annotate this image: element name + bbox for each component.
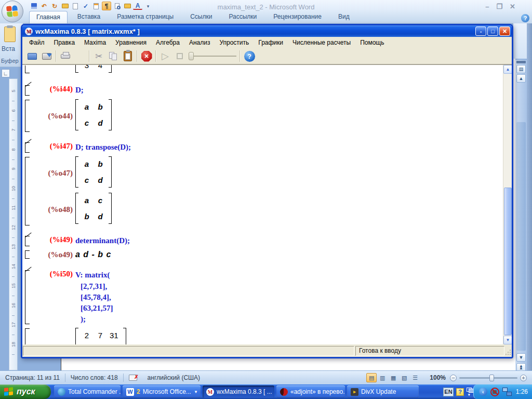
save-button[interactable] <box>39 49 54 63</box>
blocked-status-icon[interactable] <box>490 388 499 396</box>
input-code-line[interactable]: ); <box>81 314 503 325</box>
language-indicator[interactable]: английский (США) <box>142 374 205 381</box>
redo-icon[interactable]: ↻ <box>50 2 59 10</box>
paste-button-label[interactable]: Вста <box>2 45 15 52</box>
input-code[interactable]: D; transpose(D); <box>75 142 131 153</box>
print-layout-view-button[interactable]: ▤ <box>366 373 377 382</box>
scrollbar-track[interactable] <box>516 122 526 351</box>
wxmaxima-title-bar[interactable]: M wxMaxima 0.8.3 [ matrix.wxmx* ] - □ ✕ <box>22 25 512 37</box>
slider-button[interactable] <box>187 49 238 63</box>
ruler-toggle-button[interactable]: ▤ <box>516 65 526 73</box>
language-bar[interactable]: EN <box>443 388 454 396</box>
outline-view-button[interactable]: ▧ <box>399 373 409 382</box>
scrollbar-split-handle[interactable] <box>516 61 526 63</box>
interrupt-button[interactable]: ✕ <box>139 49 154 63</box>
tab-рецензирование[interactable]: Рецензирование <box>267 11 328 23</box>
menu-файл[interactable]: Файл <box>24 37 49 48</box>
zoom-out-button[interactable]: − <box>450 375 457 381</box>
restore-window-icon[interactable]: ▾ <box>467 388 474 396</box>
pilcrow-icon[interactable]: ¶ <box>102 2 111 10</box>
open-button[interactable] <box>25 49 39 63</box>
wxmaxima-worksheet[interactable]: 34(%i44)D;(%o44)abcd(%i47)D; transpose(D… <box>22 64 512 344</box>
menu-правка[interactable]: Правка <box>49 37 80 48</box>
matrix-output: 273145784632157 <box>75 328 126 344</box>
taskbar-button-wxm[interactable]: MwxMaxima 0.8.3 [ ... <box>203 385 274 398</box>
taskbar-button-word[interactable]: W2Microsoft Office...▾ <box>123 385 201 398</box>
new-icon[interactable] <box>71 2 80 10</box>
input-code[interactable]: determinant(D); <box>75 235 130 246</box>
tab-вставка[interactable]: Вставка <box>71 11 108 23</box>
tab-главная[interactable]: Главная <box>29 11 68 23</box>
configure-button[interactable] <box>73 49 87 63</box>
tab-вид[interactable]: Вид <box>331 11 356 23</box>
word-help-button[interactable]: ? <box>521 14 529 22</box>
wxmaxima-minimize-button[interactable]: - <box>475 26 486 36</box>
taskbar-clock[interactable]: 1:26 <box>515 388 528 395</box>
proofing-errors-icon[interactable] <box>129 375 137 381</box>
paste-button[interactable] <box>121 49 135 63</box>
cut-button[interactable]: ✂ <box>91 49 106 63</box>
office-button[interactable] <box>2 1 23 22</box>
zoom-level[interactable]: 100% <box>430 374 446 381</box>
wx-scroll-down-button[interactable]: ▼ <box>503 336 512 344</box>
spelling-icon[interactable]: ✓ <box>81 2 90 10</box>
taskbar-button-tc[interactable]: Total Commander ... <box>54 385 121 398</box>
help-button[interactable]: ? <box>242 49 257 63</box>
menu-упростить[interactable]: Упростить <box>215 37 254 48</box>
open-icon[interactable] <box>60 2 70 10</box>
zoom-slider-thumb[interactable] <box>489 375 494 381</box>
taskbar-button-adj[interactable]: «adjoint» в перево... <box>276 385 345 398</box>
menu-анализ[interactable]: Анализ <box>184 37 215 48</box>
copy-button[interactable] <box>106 49 121 63</box>
draft-view-button[interactable]: ☰ <box>410 373 420 382</box>
word-restore-button[interactable]: ❐ <box>496 3 502 10</box>
wxmaxima-scrollbar[interactable]: ▲ ▼ <box>503 65 512 344</box>
word-count[interactable]: Число слов: 418 <box>65 374 123 381</box>
scroll-down-button[interactable]: ▼ <box>516 353 526 362</box>
input-code-line[interactable]: [45,78,4], <box>81 292 503 303</box>
wxmaxima-maximize-button[interactable]: □ <box>487 26 498 36</box>
tab-разметка-страницы[interactable]: Разметка страницы <box>110 11 180 23</box>
input-code-line[interactable]: [63,21,57] <box>81 303 503 314</box>
menu-графики[interactable]: Графики <box>254 37 288 48</box>
input-code[interactable]: D; <box>75 85 84 96</box>
input-code-line[interactable]: [2,7,31], <box>81 281 503 292</box>
menu-помощь[interactable]: Помощь <box>355 37 389 48</box>
word-vertical-scrollbar[interactable]: ▤ ▲ ▼ ▲▲ ● ▼▼ <box>515 60 527 370</box>
undo-icon[interactable]: ↶ <box>39 2 49 10</box>
wxmaxima-close-button[interactable]: ✕ <box>499 26 510 36</box>
taskbar-button-divx[interactable]: ▸DivX Update <box>347 385 419 398</box>
menu-численные-расчеты[interactable]: Численные расчеты <box>288 37 355 48</box>
menu-уравнения[interactable]: Уравнения <box>111 37 151 48</box>
vertical-ruler: 56789101112131415161718 <box>9 78 18 370</box>
play-button[interactable]: ▷ <box>158 49 172 63</box>
save-icon[interactable] <box>29 2 38 10</box>
fullscreen-reading-view-button[interactable]: ▥ <box>377 373 388 382</box>
network-icon[interactable] <box>502 388 512 396</box>
zoom-slider-track[interactable] <box>459 377 517 379</box>
hide-icons-chevron[interactable]: ‹ <box>479 388 487 396</box>
question-note-icon[interactable]: ? <box>456 388 464 396</box>
wx-scroll-up-button[interactable]: ▲ <box>503 65 512 74</box>
resize-grip[interactable] <box>504 350 511 356</box>
tab-ссылки[interactable]: Ссылки <box>183 11 219 23</box>
input-code[interactable]: V: matrix( <box>75 270 110 281</box>
paste-icon[interactable] <box>4 26 16 42</box>
zoom-in-button[interactable]: + <box>520 375 527 381</box>
start-button[interactable]: пуск <box>0 384 51 399</box>
page-indicator[interactable]: Страница: 11 из 11 <box>0 374 65 381</box>
menu-алгебра[interactable]: Алгебра <box>151 37 184 48</box>
wx-scrollbar-thumb[interactable] <box>504 188 512 335</box>
word-minimize-button[interactable]: – <box>485 3 489 10</box>
print-button[interactable] <box>58 49 73 63</box>
web-layout-view-button[interactable]: ▦ <box>388 373 398 382</box>
stop-button[interactable] <box>172 49 187 63</box>
menu-maxima[interactable]: Maxima <box>79 37 111 48</box>
scroll-up-button[interactable]: ▲ <box>516 74 526 83</box>
word-close-button[interactable]: ✕ <box>510 3 515 10</box>
tab-stop-selector[interactable]: ∟ <box>2 69 10 77</box>
tab-рассылки[interactable]: Рассылки <box>222 11 263 23</box>
preview-icon[interactable] <box>112 2 122 10</box>
draft-icon[interactable] <box>91 2 101 10</box>
matrix-row: ab <box>83 159 104 169</box>
